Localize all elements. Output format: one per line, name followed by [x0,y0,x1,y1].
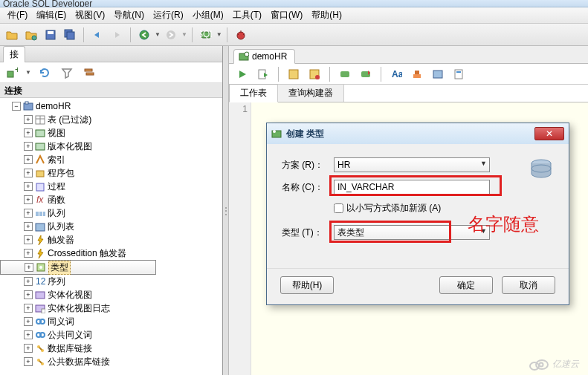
undo-icon[interactable] [88,26,106,44]
menu-navigate[interactable]: 导航(N) [109,7,149,23]
expand-icon[interactable]: + [24,182,33,191]
new-connection-icon[interactable]: + [3,64,21,82]
menu-view[interactable]: 视图(V) [71,7,109,23]
connections-tab[interactable]: 接 [3,46,25,62]
ok-button[interactable]: 确定 [439,276,493,294]
menu-window[interactable]: 窗口(W) [266,7,307,23]
expand-icon[interactable]: + [24,277,33,286]
query-builder-tab[interactable]: 查询构建器 [278,85,344,102]
tree-item-syn[interactable]: +同义词 [0,315,222,328]
tree-item-table[interactable]: +表 (已过滤) [0,113,222,126]
expand-icon[interactable]: + [24,357,33,366]
tree-item-queue[interactable]: +队列 [0,206,222,220]
tree-item-mviewlog[interactable]: +实体化视图日志 [0,301,222,315]
tree-item-label: 公共同义词 [48,329,92,342]
expand-icon[interactable]: + [24,235,33,244]
tree-item-view[interactable]: +版本化视图 [0,140,222,153]
tree-item-trigger[interactable]: +Crossedition 触发器 [0,247,222,260]
open-folder-icon[interactable] [3,26,21,44]
type-select[interactable] [334,225,490,240]
svg-rect-59 [455,70,462,79]
save-icon[interactable] [42,26,59,44]
tree-item-proc[interactable]: +过程 [0,180,222,193]
database-icon [529,157,554,183]
tree-item-label: 数据库链接 [48,342,92,355]
collapse-icon[interactable]: − [12,102,21,111]
svg-point-6 [167,30,175,39]
tree-item-func[interactable]: +fx函数 [0,193,222,206]
sql-icon[interactable]: SQL [197,26,215,44]
format-icon[interactable]: Aa [387,65,405,83]
menu-file[interactable]: 件(F) [3,7,32,23]
menu-tools[interactable]: 工具(T) [228,7,266,23]
help-button[interactable]: 帮助(H) [280,276,334,294]
expand-icon[interactable]: + [24,195,33,204]
expand-icon[interactable]: + [24,155,33,164]
debug-icon[interactable] [232,26,250,44]
dropdown-arrow-icon[interactable]: ▼ [25,69,31,76]
commit-icon[interactable] [357,65,375,83]
expand-icon[interactable]: + [25,263,33,272]
run-icon[interactable] [233,65,251,83]
queue-icon [34,207,46,219]
dblink-icon [34,356,46,368]
expand-icon[interactable]: + [24,115,33,124]
expand-icon[interactable]: + [24,304,33,313]
expand-icon[interactable]: + [24,344,33,353]
expand-icon[interactable]: + [24,330,33,339]
collapse-icon[interactable] [80,64,98,82]
editor-tab[interactable]: demoHR [233,49,295,64]
tree-item-package[interactable]: +程序包 [0,166,222,180]
schema-select[interactable] [334,157,490,172]
cancel-button[interactable]: 取消 [502,276,555,294]
tree-item-trigger[interactable]: +触发器 [0,233,222,247]
tree-item-dblink[interactable]: +数据库链接 [0,342,222,355]
menu-help[interactable]: 帮助(H) [307,7,346,23]
refresh-icon[interactable] [36,64,54,82]
settings-icon[interactable] [429,65,447,83]
lowercase-label: 以小写方式添加新源 (A) [346,202,441,215]
lowercase-checkbox[interactable] [334,203,343,213]
connections-tree[interactable]: − demoHR +表 (已过滤)+视图+版本化视图+索引+程序包+过程+fx函… [0,98,222,375]
dropdown-arrow-icon[interactable]: ▼ [216,31,222,38]
run-script-icon[interactable] [254,65,272,83]
explain-icon[interactable] [285,65,303,83]
expand-icon[interactable]: + [24,249,33,258]
dialog-titlebar[interactable]: 创建 类型 ✕ [267,123,569,144]
tree-item-type[interactable]: +类型 [0,260,156,275]
expand-icon[interactable]: + [24,317,33,326]
tree-item-dblink[interactable]: +公共数据库链接 [0,355,222,368]
svg-point-0 [32,36,36,40]
menu-run[interactable]: 运行(R) [149,7,188,23]
expand-icon[interactable]: + [24,128,33,137]
tree-item-seq[interactable]: +123序列 [0,275,222,288]
expand-icon[interactable]: + [24,290,33,299]
expand-icon[interactable]: + [24,222,33,231]
autotrace-icon[interactable] [306,65,323,83]
splitter[interactable] [223,46,229,375]
redo-icon[interactable] [108,26,126,44]
tree-connection-node[interactable]: − demoHR [0,100,222,113]
filter-icon[interactable] [58,64,76,82]
clear-icon[interactable] [408,65,426,83]
back-icon[interactable] [135,26,153,44]
menu-team[interactable]: 小组(M) [188,7,228,23]
report-icon[interactable] [450,65,468,83]
expand-icon[interactable]: + [24,209,33,218]
name-input[interactable] [334,180,490,195]
worksheet-tab[interactable]: 工作表 [229,84,278,102]
expand-icon[interactable]: + [24,142,33,151]
close-button[interactable]: ✕ [534,127,564,140]
sql-history-icon[interactable] [336,65,354,83]
menu-edit[interactable]: 编辑(E) [32,7,71,23]
forward-icon[interactable] [162,26,180,44]
tree-item-syn[interactable]: +公共同义词 [0,328,222,342]
tree-item-queuetbl[interactable]: +队列表 [0,220,222,233]
tree-item-index[interactable]: +索引 [0,153,222,166]
expand-icon[interactable]: + [24,169,33,177]
open-icon[interactable] [22,26,40,44]
save-all-icon[interactable] [61,26,79,44]
tree-item-mview[interactable]: +实体化视图 [0,288,222,301]
tree-item-view[interactable]: +视图 [0,126,222,140]
dropdown-arrow-icon[interactable]: ▼ [155,31,161,38]
